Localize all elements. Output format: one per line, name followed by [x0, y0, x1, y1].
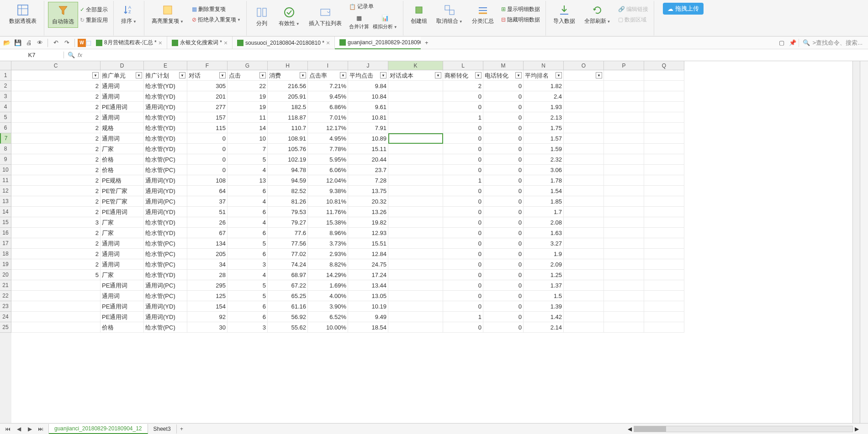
data-cell[interactable]: 2 — [11, 144, 101, 154]
data-cell[interactable] — [644, 154, 684, 165]
data-cell[interactable]: 1.82 — [524, 81, 564, 91]
save-button[interactable]: 💾 — [13, 38, 23, 48]
data-cell[interactable]: 55.62 — [268, 322, 308, 333]
data-cell[interactable]: 17.24 — [348, 270, 388, 280]
data-cell[interactable] — [644, 165, 684, 175]
header-cell[interactable]: 消费▼ — [268, 70, 308, 81]
data-range-button[interactable]: ▢数据区域 — [616, 15, 650, 25]
data-cell[interactable] — [564, 301, 604, 312]
data-cell[interactable]: 通用词 — [101, 238, 144, 249]
data-cell[interactable]: 0 — [483, 291, 524, 301]
data-cell[interactable] — [388, 322, 443, 333]
data-cell[interactable]: 2.4 — [524, 91, 564, 102]
column-header[interactable]: D — [101, 61, 144, 70]
data-cell[interactable]: 通用词(PC) — [144, 196, 187, 207]
data-cell[interactable] — [388, 165, 443, 175]
data-cell[interactable]: 4.00% — [308, 291, 348, 301]
data-cell[interactable]: 2.32 — [524, 154, 564, 165]
data-cell[interactable]: 0 — [443, 249, 483, 259]
data-cell[interactable]: 0 — [443, 144, 483, 154]
data-cell[interactable]: 0 — [187, 154, 228, 165]
import-data-button[interactable]: 导入数据 — [550, 2, 579, 27]
data-cell[interactable]: 10.81 — [348, 112, 388, 123]
data-cell[interactable]: 13.75 — [348, 186, 388, 196]
filter-dropdown-button[interactable]: ▼ — [136, 72, 142, 78]
fx-icon[interactable]: fx — [78, 52, 82, 58]
data-cell[interactable]: 6 — [228, 207, 268, 217]
data-cell[interactable] — [388, 291, 443, 301]
data-cell[interactable]: PE通用词 — [101, 280, 144, 291]
column-header[interactable]: E — [144, 61, 187, 70]
data-cell[interactable] — [644, 228, 684, 238]
data-cell[interactable]: 0 — [443, 123, 483, 133]
data-cell[interactable]: 65.25 — [268, 291, 308, 301]
data-cell[interactable]: 给水管(PC) — [144, 165, 187, 175]
data-cell[interactable] — [644, 280, 684, 291]
header-cell[interactable]: 平均点击▼ — [348, 70, 388, 81]
data-cell[interactable]: 0 — [443, 207, 483, 217]
data-cell[interactable]: 94.59 — [268, 175, 308, 186]
column-header[interactable]: I — [308, 61, 348, 70]
row-header[interactable]: 14 — [0, 207, 11, 217]
data-cell[interactable]: 56.92 — [268, 312, 308, 322]
data-cell[interactable]: 23.7 — [348, 165, 388, 175]
document-tab[interactable]: 永银文化搜索词 *× — [167, 37, 233, 49]
data-cell[interactable]: 15.11 — [348, 144, 388, 154]
sheet-last-button[interactable]: ⏭ — [36, 424, 46, 434]
data-cell[interactable]: 0 — [483, 207, 524, 217]
data-cell[interactable]: 64 — [187, 186, 228, 196]
text-to-columns-button[interactable]: 分列 — [250, 2, 273, 31]
data-cell[interactable] — [644, 196, 684, 207]
data-cell[interactable]: 26 — [187, 217, 228, 228]
data-cell[interactable]: 1.57 — [524, 133, 564, 144]
data-cell[interactable] — [11, 280, 101, 291]
vertical-scrollbar[interactable] — [852, 61, 860, 423]
data-cell[interactable]: 216.56 — [268, 81, 308, 91]
sheet-prev-button[interactable]: ◀ — [14, 424, 24, 434]
data-cell[interactable]: 1.5 — [524, 291, 564, 301]
filter-dropdown-button[interactable]: ▼ — [259, 72, 266, 78]
home-button[interactable]: ⬚ — [86, 38, 91, 48]
row-header[interactable]: 1 — [0, 70, 11, 81]
print-button[interactable]: 🖨 — [24, 38, 34, 48]
data-cell[interactable] — [11, 291, 101, 301]
data-cell[interactable]: 通用词 — [101, 291, 144, 301]
data-cell[interactable]: 2 — [11, 196, 101, 207]
data-cell[interactable]: 厂家 — [101, 228, 144, 238]
data-cell[interactable]: PE通用词 — [101, 102, 144, 112]
data-cell[interactable] — [644, 238, 684, 249]
data-cell[interactable] — [564, 144, 604, 154]
data-cell[interactable]: 81.26 — [268, 196, 308, 207]
row-header[interactable]: 21 — [0, 280, 11, 291]
row-header[interactable]: 24 — [0, 312, 11, 322]
document-tab[interactable]: guanjianci_20180829-20180904_128483 *× — [335, 37, 421, 49]
data-cell[interactable] — [604, 112, 644, 123]
pivot-table-button[interactable]: 数据透视表 — [5, 2, 40, 27]
data-cell[interactable] — [564, 186, 604, 196]
data-cell[interactable]: 12.17% — [308, 123, 348, 133]
filter-dropdown-button[interactable]: ▼ — [596, 72, 602, 78]
data-cell[interactable] — [604, 196, 644, 207]
data-cell[interactable]: 82.52 — [268, 186, 308, 196]
data-cell[interactable] — [604, 81, 644, 91]
data-cell[interactable]: 13 — [228, 175, 268, 186]
group-button[interactable]: 创建组 — [407, 2, 431, 27]
data-cell[interactable]: 37 — [187, 196, 228, 207]
data-cell[interactable]: 0 — [483, 312, 524, 322]
data-cell[interactable]: 0 — [443, 133, 483, 144]
data-cell[interactable] — [564, 112, 604, 123]
hide-detail-button[interactable]: ⊟隐藏明细数据 — [499, 15, 542, 25]
data-cell[interactable] — [388, 144, 443, 154]
data-cell[interactable] — [604, 91, 644, 102]
data-cell[interactable]: 通用词(YD) — [144, 102, 187, 112]
data-cell[interactable]: 厂家 — [101, 144, 144, 154]
filter-dropdown-button[interactable]: ▼ — [300, 72, 306, 78]
header-cell[interactable]: ▼ — [564, 70, 604, 81]
data-cell[interactable]: 5 — [228, 238, 268, 249]
data-cell[interactable]: 1 — [443, 112, 483, 123]
header-cell[interactable]: 点击率▼ — [308, 70, 348, 81]
data-cell[interactable] — [388, 196, 443, 207]
data-cell[interactable]: 0 — [483, 91, 524, 102]
data-cell[interactable]: 24.75 — [348, 259, 388, 270]
row-header[interactable]: 25 — [0, 322, 11, 333]
